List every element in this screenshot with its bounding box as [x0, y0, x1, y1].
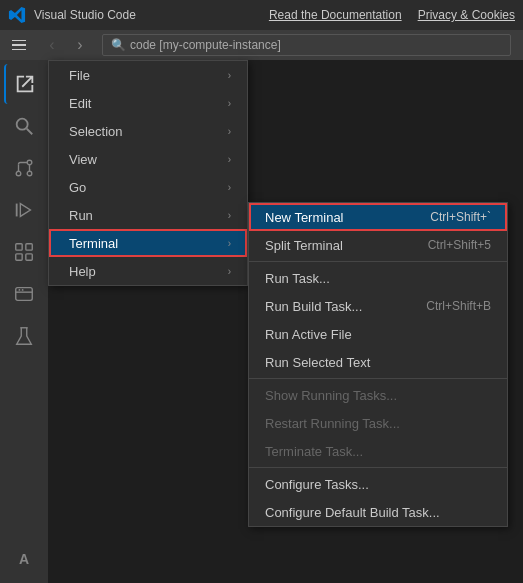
submenu-item-configure-default-build-task[interactable]: Configure Default Build Task...: [249, 498, 507, 526]
submenu-item-terminate-task: Terminate Task...: [249, 437, 507, 465]
submenu-item-run-selected-text[interactable]: Run Selected Text: [249, 348, 507, 376]
menu-item-view[interactable]: View ›: [49, 145, 247, 173]
sidebar: A: [0, 60, 48, 583]
svg-rect-11: [16, 254, 22, 260]
svg-rect-9: [16, 244, 22, 250]
submenu-item-run-task[interactable]: Run Task...: [249, 264, 507, 292]
new-terminal-label: New Terminal: [265, 210, 344, 225]
file-menu-dropdown: File › Edit › Selection › View › Go › Ru…: [48, 60, 248, 286]
menu-item-file[interactable]: File ›: [49, 61, 247, 89]
submenu-item-run-active-file[interactable]: Run Active File: [249, 320, 507, 348]
back-button[interactable]: ‹: [40, 33, 64, 57]
forward-button[interactable]: ›: [68, 33, 92, 57]
menu-item-terminal[interactable]: Terminal ›: [49, 229, 247, 257]
svg-point-4: [27, 171, 32, 176]
search-sidebar-icon: [13, 115, 35, 137]
navigation-controls: ‹ ›: [40, 33, 92, 57]
svg-rect-12: [26, 254, 32, 260]
title-bar-links: Read the Documentation Privacy & Cookies: [269, 8, 515, 22]
sidebar-item-remote[interactable]: [4, 274, 44, 314]
svg-marker-7: [20, 204, 30, 217]
menu-item-run-label: Run: [69, 208, 93, 223]
hamburger-menu-button[interactable]: [4, 30, 34, 60]
sidebar-item-explorer[interactable]: [4, 64, 44, 104]
submenu-item-split-terminal[interactable]: Split Terminal Ctrl+Shift+5: [249, 231, 507, 259]
main-layout: A File › Edit › Selection › View › Go: [0, 60, 523, 583]
sidebar-item-test[interactable]: [4, 316, 44, 356]
search-bar-text: code [my-compute-instance]: [130, 38, 281, 52]
title-bar: Visual Studio Code Read the Documentatio…: [0, 0, 523, 30]
menu-item-edit[interactable]: Edit ›: [49, 89, 247, 117]
svg-rect-10: [26, 244, 32, 250]
menu-item-run[interactable]: Run ›: [49, 201, 247, 229]
chevron-right-icon: ›: [228, 266, 231, 277]
menu-item-terminal-label: Terminal: [69, 236, 118, 251]
content-area: File › Edit › Selection › View › Go › Ru…: [48, 60, 523, 583]
menu-item-edit-label: Edit: [69, 96, 91, 111]
chevron-right-icon: ›: [228, 210, 231, 221]
menu-bar: ‹ › 🔍 code [my-compute-instance]: [0, 30, 523, 60]
explorer-icon: [14, 73, 36, 95]
chevron-right-icon: ›: [228, 126, 231, 137]
submenu-item-configure-tasks[interactable]: Configure Tasks...: [249, 470, 507, 498]
hamburger-icon: [12, 40, 26, 51]
submenu-separator-1: [249, 261, 507, 262]
new-terminal-shortcut: Ctrl+Shift+`: [430, 210, 491, 224]
chevron-right-icon: ›: [228, 154, 231, 165]
submenu-item-restart-running-task: Restart Running Task...: [249, 409, 507, 437]
svg-point-2: [16, 171, 21, 176]
chevron-right-icon: ›: [228, 70, 231, 81]
svg-point-15: [19, 289, 21, 291]
read-docs-link[interactable]: Read the Documentation: [269, 8, 402, 22]
submenu-separator-3: [249, 467, 507, 468]
svg-point-0: [17, 119, 28, 130]
sidebar-item-search[interactable]: [4, 106, 44, 146]
svg-point-3: [27, 160, 32, 165]
sidebar-item-source-control[interactable]: [4, 148, 44, 188]
extensions-icon: [13, 241, 35, 263]
menu-item-selection[interactable]: Selection ›: [49, 117, 247, 145]
restart-running-task-label: Restart Running Task...: [265, 416, 400, 431]
terminal-submenu: New Terminal Ctrl+Shift+` Split Terminal…: [248, 202, 508, 527]
submenu-separator-2: [249, 378, 507, 379]
show-running-tasks-label: Show Running Tasks...: [265, 388, 397, 403]
run-selected-text-label: Run Selected Text: [265, 355, 370, 370]
svg-rect-13: [16, 288, 33, 301]
run-task-label: Run Task...: [265, 271, 330, 286]
remote-icon: [13, 283, 35, 305]
menu-item-view-label: View: [69, 152, 97, 167]
run-build-task-shortcut: Ctrl+Shift+B: [426, 299, 491, 313]
svg-line-1: [27, 129, 33, 135]
sidebar-item-extensions[interactable]: [4, 232, 44, 272]
configure-tasks-label: Configure Tasks...: [265, 477, 369, 492]
svg-point-16: [22, 289, 24, 291]
source-control-icon: [13, 157, 35, 179]
sidebar-item-run[interactable]: [4, 190, 44, 230]
split-terminal-label: Split Terminal: [265, 238, 343, 253]
flask-icon: [13, 325, 35, 347]
configure-default-build-task-label: Configure Default Build Task...: [265, 505, 440, 520]
submenu-item-run-build-task[interactable]: Run Build Task... Ctrl+Shift+B: [249, 292, 507, 320]
privacy-link[interactable]: Privacy & Cookies: [418, 8, 515, 22]
terminate-task-label: Terminate Task...: [265, 444, 363, 459]
menu-item-go[interactable]: Go ›: [49, 173, 247, 201]
menu-item-help-label: Help: [69, 264, 96, 279]
chevron-right-icon: ›: [228, 182, 231, 193]
chevron-right-icon: ›: [228, 98, 231, 109]
split-terminal-shortcut: Ctrl+Shift+5: [428, 238, 491, 252]
address-bar[interactable]: 🔍 code [my-compute-instance]: [102, 34, 511, 56]
run-active-file-label: Run Active File: [265, 327, 352, 342]
run-debug-icon: [13, 199, 35, 221]
app-title: Visual Studio Code: [34, 8, 261, 22]
submenu-item-new-terminal[interactable]: New Terminal Ctrl+Shift+`: [249, 203, 507, 231]
chevron-right-icon: ›: [228, 238, 231, 249]
menu-item-help[interactable]: Help ›: [49, 257, 247, 285]
search-bar-icon: 🔍: [111, 38, 126, 52]
accounts-icon: A: [19, 551, 29, 567]
submenu-item-show-running-tasks: Show Running Tasks...: [249, 381, 507, 409]
run-build-task-label: Run Build Task...: [265, 299, 362, 314]
sidebar-item-accounts[interactable]: A: [4, 539, 44, 579]
vscode-logo-icon: [8, 6, 26, 24]
menu-item-go-label: Go: [69, 180, 86, 195]
menu-item-file-label: File: [69, 68, 90, 83]
